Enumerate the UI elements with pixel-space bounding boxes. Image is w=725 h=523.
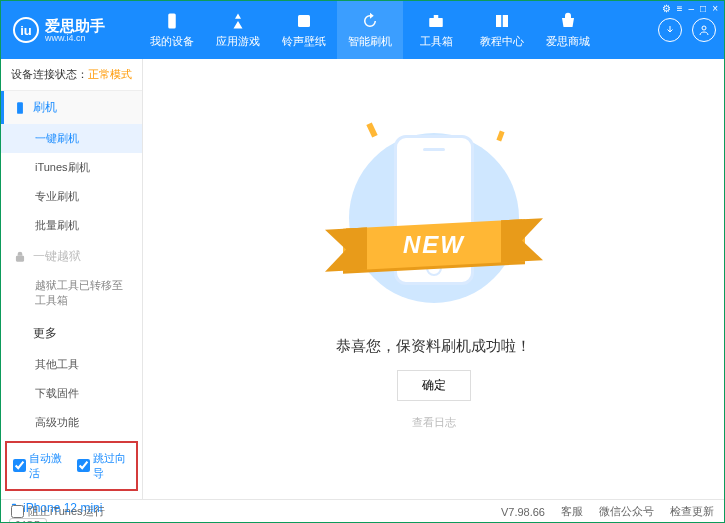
- checkbox[interactable]: [77, 459, 90, 472]
- nav-label: 教程中心: [480, 34, 524, 49]
- nav-flash[interactable]: 智能刷机: [337, 1, 403, 59]
- app-title: 爱思助手: [45, 18, 105, 33]
- nav-ringtone[interactable]: 铃声壁纸: [271, 1, 337, 59]
- svg-rect-0: [168, 13, 176, 28]
- app-url: www.i4.cn: [45, 33, 105, 43]
- apps-icon: [229, 12, 247, 30]
- sidebar-section-flash[interactable]: 刷机: [1, 91, 142, 124]
- checkbox-label: 阻止iTunes运行: [28, 504, 105, 519]
- success-message: 恭喜您，保资料刷机成功啦！: [336, 337, 531, 356]
- section-title: 一键越狱: [33, 248, 81, 265]
- logo: iu 爱思助手 www.i4.cn: [13, 17, 139, 43]
- nav-label: 工具箱: [420, 34, 453, 49]
- lock-icon: [13, 250, 27, 264]
- nav-label: 铃声壁纸: [282, 34, 326, 49]
- checkbox[interactable]: [11, 505, 24, 518]
- checkbox-label: 自动激活: [29, 451, 67, 481]
- sidebar-item-download-fw[interactable]: 下载固件: [1, 379, 142, 408]
- sidebar-item-batch[interactable]: 批量刷机: [1, 211, 142, 240]
- nav-toolbox[interactable]: 工具箱: [403, 1, 469, 59]
- phone-icon: [163, 12, 181, 30]
- version-text: V7.98.66: [501, 506, 545, 518]
- phone-icon: [13, 101, 27, 115]
- refresh-icon: [361, 12, 379, 30]
- skip-guide-checkbox[interactable]: 跳过向导: [77, 451, 131, 481]
- logo-icon: iu: [13, 17, 39, 43]
- connection-status: 设备连接状态：正常模式: [1, 59, 142, 91]
- close-icon[interactable]: ×: [712, 3, 718, 14]
- download-button[interactable]: [658, 18, 682, 42]
- sidebar-section-more[interactable]: 更多: [1, 317, 142, 350]
- conn-value: 正常模式: [88, 68, 132, 80]
- options-box: 自动激活 跳过向导: [5, 441, 138, 491]
- sidebar-item-other[interactable]: 其他工具: [1, 350, 142, 379]
- settings-icon[interactable]: ⚙: [662, 3, 671, 14]
- list-icon: [13, 326, 27, 340]
- svg-rect-2: [429, 18, 443, 27]
- main-content: NEW 恭喜您，保资料刷机成功啦！ 确定 查看日志: [143, 59, 724, 499]
- svg-rect-6: [16, 255, 24, 261]
- auto-activate-checkbox[interactable]: 自动激活: [13, 451, 67, 481]
- nav-label: 应用游戏: [216, 34, 260, 49]
- new-ribbon: NEW: [343, 219, 525, 271]
- conn-label: 设备连接状态：: [11, 68, 88, 80]
- nav-label: 智能刷机: [348, 34, 392, 49]
- customer-service-link[interactable]: 客服: [561, 504, 583, 519]
- ribbon-text: NEW: [403, 231, 465, 259]
- minimize-icon[interactable]: –: [689, 3, 695, 14]
- store-icon: [559, 12, 577, 30]
- nav-store[interactable]: 爱思商城: [535, 1, 601, 59]
- nav-label: 爱思商城: [546, 34, 590, 49]
- checkbox[interactable]: [13, 459, 26, 472]
- main-nav: 我的设备 应用游戏 铃声壁纸 智能刷机 工具箱 教程中心 爱思商城: [139, 1, 601, 59]
- svg-rect-5: [17, 102, 23, 114]
- view-log-link[interactable]: 查看日志: [412, 415, 456, 430]
- wallpaper-icon: [295, 12, 313, 30]
- nav-tutorials[interactable]: 教程中心: [469, 1, 535, 59]
- toolbox-icon: [427, 12, 445, 30]
- section-title: 更多: [33, 325, 57, 342]
- svg-point-4: [702, 26, 706, 30]
- window-controls: ⚙ ≡ – □ ×: [662, 3, 718, 14]
- svg-rect-3: [434, 15, 439, 18]
- check-update-link[interactable]: 检查更新: [670, 504, 714, 519]
- menu-icon[interactable]: ≡: [677, 3, 683, 14]
- block-itunes-checkbox[interactable]: 阻止iTunes运行: [11, 504, 105, 519]
- success-illustration: NEW: [339, 129, 529, 319]
- sidebar: 设备连接状态：正常模式 刷机 一键刷机 iTunes刷机 专业刷机 批量刷机 一…: [1, 59, 143, 499]
- svg-rect-1: [298, 15, 310, 27]
- sidebar-item-itunes[interactable]: iTunes刷机: [1, 153, 142, 182]
- section-title: 刷机: [33, 99, 57, 116]
- checkbox-label: 跳过向导: [93, 451, 131, 481]
- sidebar-item-pro[interactable]: 专业刷机: [1, 182, 142, 211]
- maximize-icon[interactable]: □: [700, 3, 706, 14]
- nav-label: 我的设备: [150, 34, 194, 49]
- app-header: ⚙ ≡ – □ × iu 爱思助手 www.i4.cn 我的设备 应用游戏 铃声…: [1, 1, 724, 59]
- user-button[interactable]: [692, 18, 716, 42]
- sidebar-section-jailbreak: 一键越狱: [1, 240, 142, 273]
- book-icon: [493, 12, 511, 30]
- jailbreak-note: 越狱工具已转移至工具箱: [1, 273, 142, 317]
- nav-my-device[interactable]: 我的设备: [139, 1, 205, 59]
- sidebar-item-advanced[interactable]: 高级功能: [1, 408, 142, 437]
- nav-apps[interactable]: 应用游戏: [205, 1, 271, 59]
- sidebar-item-oneclick[interactable]: 一键刷机: [1, 124, 142, 153]
- ok-button[interactable]: 确定: [397, 370, 471, 401]
- wechat-link[interactable]: 微信公众号: [599, 504, 654, 519]
